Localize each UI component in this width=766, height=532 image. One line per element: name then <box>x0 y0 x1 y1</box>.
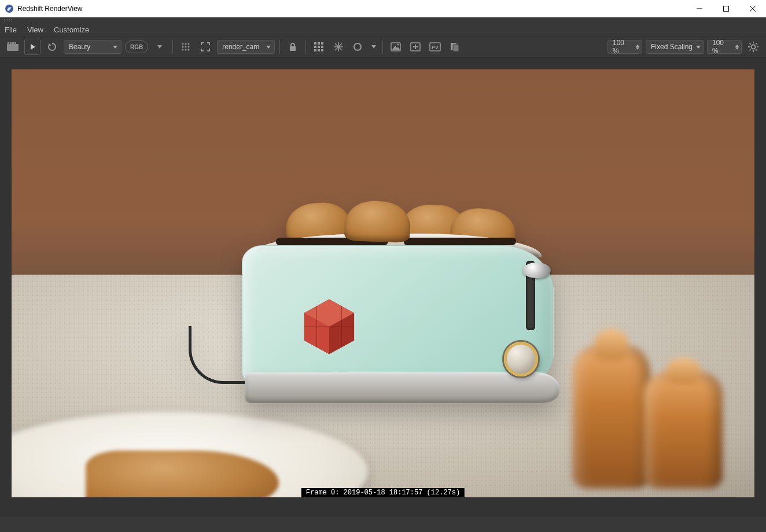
svg-point-18 <box>188 46 190 48</box>
svg-rect-9 <box>14 42 16 44</box>
svg-point-15 <box>188 43 190 45</box>
camera-dropdown-value: render_cam <box>222 43 263 51</box>
zoom-right-value: 100 % <box>712 39 731 55</box>
snapshot-button[interactable] <box>388 39 404 55</box>
scene-toaster-slot <box>404 238 517 245</box>
svg-rect-25 <box>321 42 323 45</box>
svg-rect-6 <box>8 42 9 44</box>
svg-rect-7 <box>10 42 12 44</box>
chevron-down-icon <box>696 46 701 49</box>
scene-pepper-shakers <box>569 326 732 489</box>
separator <box>172 40 173 54</box>
svg-text:PV: PV <box>432 45 439 50</box>
svg-marker-10 <box>31 44 35 50</box>
play-button[interactable] <box>24 39 40 55</box>
caret-down-icon[interactable] <box>152 39 168 55</box>
viewport-area: Frame 0: 2019-05-18 18:17:57 (12.27s) <box>0 58 766 517</box>
scene-toaster-base <box>245 372 560 403</box>
settings-button[interactable] <box>745 39 761 55</box>
scaling-dropdown-value: Fixed Scaling <box>651 43 693 51</box>
window-titlebar: Redshift RenderView <box>0 0 766 17</box>
refresh-button[interactable] <box>44 39 60 55</box>
channels-grid-button[interactable] <box>178 39 194 55</box>
scaling-dropdown[interactable]: Fixed Scaling <box>646 40 704 54</box>
arrow-up-icon <box>735 45 739 47</box>
svg-rect-47 <box>453 45 459 51</box>
svg-rect-24 <box>318 42 320 45</box>
toolbar-gripper[interactable] <box>0 17 766 23</box>
svg-rect-29 <box>314 49 316 51</box>
svg-rect-22 <box>290 46 296 51</box>
separator <box>382 40 383 54</box>
ipr-button[interactable] <box>5 39 21 55</box>
copy-button[interactable] <box>447 39 463 55</box>
svg-point-19 <box>182 49 184 51</box>
svg-point-13 <box>182 43 184 45</box>
zoom-left-value: 100 % <box>613 39 631 55</box>
scene-lever-knob <box>522 263 551 278</box>
aov-dropdown[interactable]: Beauty <box>64 40 121 54</box>
viewport-footer <box>12 497 754 513</box>
svg-rect-31 <box>321 49 323 51</box>
svg-point-21 <box>188 49 190 51</box>
svg-line-55 <box>756 43 757 45</box>
arrow-down-icon <box>735 47 739 50</box>
svg-rect-2 <box>724 6 729 12</box>
separator <box>305 40 306 54</box>
menu-view[interactable]: View <box>27 25 43 34</box>
arrow-down-icon <box>636 47 639 50</box>
svg-rect-27 <box>318 46 320 48</box>
scene-dial <box>504 342 538 376</box>
menu-customize[interactable]: Customize <box>54 25 89 34</box>
svg-point-40 <box>397 44 399 46</box>
redshift-logo-icon <box>298 295 360 358</box>
chevron-down-icon <box>113 46 117 49</box>
svg-marker-11 <box>49 43 51 46</box>
menubar: File View Customize <box>0 23 766 36</box>
svg-point-36 <box>354 43 361 50</box>
render-view[interactable]: Frame 0: 2019-05-18 18:17:57 (12.27s) <box>12 69 754 497</box>
svg-point-17 <box>185 46 187 48</box>
svg-point-48 <box>752 45 756 49</box>
svg-rect-5 <box>7 44 19 51</box>
menu-file[interactable]: File <box>5 25 17 34</box>
svg-marker-12 <box>157 45 162 49</box>
svg-rect-8 <box>12 42 14 44</box>
freeze-button[interactable] <box>330 39 347 55</box>
pv-button[interactable]: PV <box>427 39 443 55</box>
svg-point-16 <box>182 46 184 48</box>
status-bar <box>0 517 766 532</box>
minimize-button[interactable] <box>686 0 713 17</box>
svg-marker-39 <box>392 46 400 50</box>
zoom-right-spinner[interactable]: 100 % <box>707 40 742 54</box>
svg-point-20 <box>185 49 187 51</box>
svg-line-53 <box>750 43 751 45</box>
scene-toast <box>344 200 411 243</box>
rgb-channel-button[interactable]: RGB <box>125 40 148 53</box>
toolbar: Beauty RGB render_cam <box>0 36 766 58</box>
app-icon <box>5 4 14 13</box>
svg-rect-28 <box>321 46 323 48</box>
region-render-button[interactable] <box>197 39 213 55</box>
svg-point-14 <box>185 43 187 45</box>
pick-shape-caret[interactable] <box>370 39 378 55</box>
maximize-button[interactable] <box>713 0 739 17</box>
svg-rect-26 <box>314 46 316 48</box>
separator <box>279 40 280 54</box>
aov-dropdown-value: Beauty <box>69 43 109 51</box>
frame-info-overlay: Frame 0: 2019-05-18 18:17:57 (12.27s) <box>301 488 465 497</box>
bucket-grid-button[interactable] <box>311 39 327 55</box>
svg-rect-30 <box>318 49 320 51</box>
scene-toaster <box>242 210 554 403</box>
window-title: Redshift RenderView <box>17 5 83 13</box>
camera-dropdown[interactable]: render_cam <box>217 40 275 54</box>
arrow-up-icon <box>636 45 639 47</box>
zoom-left-spinner[interactable]: 100 % <box>607 40 642 54</box>
lock-button[interactable] <box>285 39 301 55</box>
svg-marker-37 <box>371 45 376 49</box>
svg-line-54 <box>756 49 757 50</box>
pick-shape-button[interactable] <box>350 39 366 55</box>
close-button[interactable] <box>739 0 766 17</box>
add-snapshot-button[interactable] <box>407 39 423 55</box>
svg-rect-23 <box>314 42 316 45</box>
